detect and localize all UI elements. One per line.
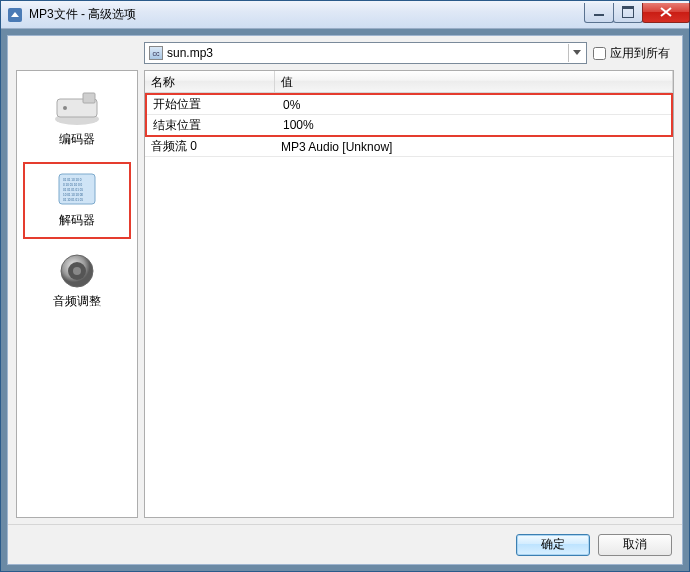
table-row[interactable]: 结束位置 100% <box>147 115 671 135</box>
sidebar-item-decoder[interactable]: 01 01 10 10 0 0 10 01 10 0 0 01 01 01 01… <box>23 162 131 239</box>
svg-text:0 10 01 10 0 0: 0 10 01 10 0 0 <box>63 183 83 187</box>
svg-point-13 <box>73 267 81 275</box>
svg-text:10 01 10 10 00: 10 01 10 10 00 <box>63 193 83 197</box>
ok-button[interactable]: 确定 <box>516 534 590 556</box>
svg-text:01 10 01 01 01: 01 10 01 01 01 <box>63 198 83 202</box>
client-area: cc sun.mp3 应用到所有 <box>7 35 683 565</box>
sidebar-item-label: 解码器 <box>59 212 95 229</box>
speaker-icon <box>53 253 101 289</box>
sidebar: 编码器 01 01 10 10 0 0 10 01 10 0 0 01 01 0… <box>16 70 138 518</box>
decoder-icon: 01 01 10 10 0 0 10 01 10 0 0 01 01 01 01… <box>53 172 101 208</box>
svg-point-4 <box>63 106 67 110</box>
apply-all-input[interactable] <box>593 47 606 60</box>
properties-panel: 名称 值 开始位置 0% 结束位置 100% 音 <box>144 70 674 518</box>
titlebar[interactable]: MP3文件 - 高级选项 <box>1 1 689 29</box>
chevron-down-icon <box>568 44 584 62</box>
client-outer: cc sun.mp3 应用到所有 <box>1 29 689 571</box>
cell-name: 音频流 0 <box>145 136 275 157</box>
header-value[interactable]: 值 <box>275 71 673 92</box>
encoder-icon <box>53 91 101 127</box>
table-row[interactable]: 开始位置 0% <box>147 95 671 115</box>
highlight-annotation: 开始位置 0% 结束位置 100% <box>145 93 673 137</box>
sidebar-item-audio-adjust[interactable]: 音频调整 <box>23 243 131 320</box>
cancel-button[interactable]: 取消 <box>598 534 672 556</box>
dialog-window: MP3文件 - 高级选项 cc sun.mp3 <box>0 0 690 572</box>
cell-value: MP3 Audio [Unknow] <box>275 138 673 156</box>
main-area: 编码器 01 01 10 10 0 0 10 01 10 0 0 01 01 0… <box>8 68 682 524</box>
dialog-footer: 确定 取消 <box>8 524 682 564</box>
table-header: 名称 值 <box>145 71 673 93</box>
table-row[interactable]: 音频流 0 MP3 Audio [Unknow] <box>145 137 673 157</box>
minimize-button[interactable] <box>584 3 614 23</box>
cell-value: 100% <box>277 116 671 134</box>
maximize-button[interactable] <box>613 3 643 23</box>
svg-text:01 01 10 10 0: 01 01 10 10 0 <box>63 178 82 182</box>
file-icon: cc <box>149 46 163 60</box>
svg-text:01 01 01 01 01: 01 01 01 01 01 <box>63 188 83 192</box>
svg-rect-3 <box>83 93 95 103</box>
apply-all-label: 应用到所有 <box>610 45 670 62</box>
cell-name: 开始位置 <box>147 94 277 115</box>
apply-all-checkbox[interactable]: 应用到所有 <box>593 45 674 62</box>
file-name: sun.mp3 <box>167 46 568 60</box>
sidebar-item-label: 音频调整 <box>53 293 101 310</box>
sidebar-item-label: 编码器 <box>59 131 95 148</box>
cell-value: 0% <box>277 96 671 114</box>
top-row: cc sun.mp3 应用到所有 <box>8 36 682 68</box>
window-controls <box>585 3 690 23</box>
window-title: MP3文件 - 高级选项 <box>29 6 585 23</box>
close-button[interactable] <box>642 3 690 23</box>
sidebar-item-encoder[interactable]: 编码器 <box>23 81 131 158</box>
cell-name: 结束位置 <box>147 115 277 136</box>
file-dropdown[interactable]: cc sun.mp3 <box>144 42 587 64</box>
app-icon <box>7 7 23 23</box>
header-name[interactable]: 名称 <box>145 71 275 92</box>
